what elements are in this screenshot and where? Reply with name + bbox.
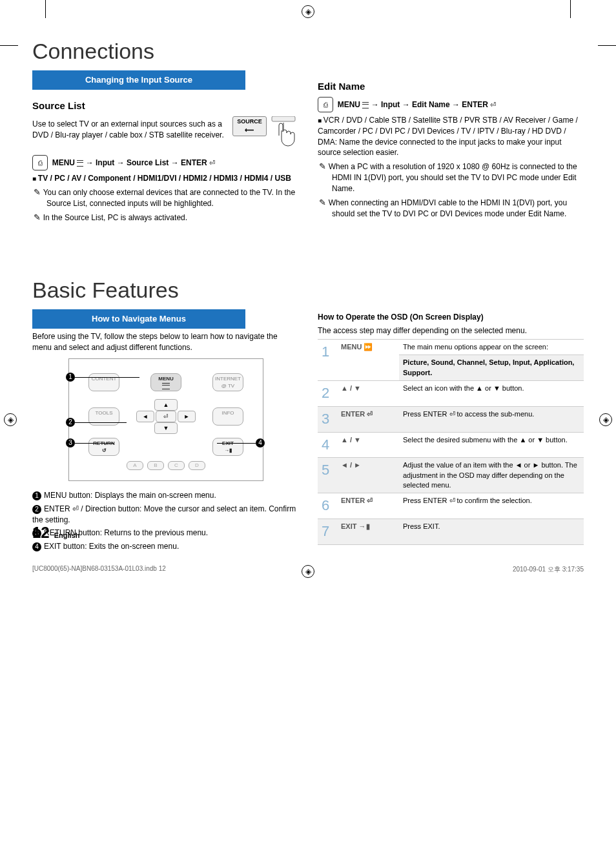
bar-changing-input: Changing the Input Source [32,70,245,90]
dpad-up[interactable]: ▲ [154,399,178,411]
osd-step-key: EXIT →▮ [337,519,399,545]
osd-step-key: ▲ / ▼ [337,432,399,458]
osd-step-num: 2 [318,380,337,406]
device-list: TV / PC / AV / Component / HDMI1/DVI / H… [32,173,298,184]
heading-basic-features: Basic Features [32,278,584,303]
menu-bars-icon [162,383,170,389]
text-navigate-intro: Before using the TV, follow the steps be… [32,331,298,353]
note-source-2: In the Source List, PC is always activat… [46,212,298,223]
osd-step-desc: Press EXIT. [399,519,584,545]
source-arrow-icon: ⟵ [245,127,254,134]
remote-legend: 1MENU button: Displays the main on-scree… [32,490,298,552]
remote-b-button[interactable]: B [147,461,164,470]
osd-icon: ⎙ [32,155,48,170]
remote-content-button[interactable]: CONTENT [88,373,119,391]
osd-step-key: ▲ / ▼ [337,380,399,406]
dpad-down[interactable]: ▼ [154,422,178,434]
print-footer: [UC8000(65)-NA]BN68-03153A-01L03.indb 12… [32,565,584,574]
remote-c-button[interactable]: C [168,461,185,470]
osd-step-num: 7 [318,519,337,545]
remote-diagram: 1 2 3 4 CONTENT MENU INTERNET @ TV TOOLS [68,358,262,481]
page-footer: 12 English [32,524,80,542]
osd-step-desc: Select an icon with the ▲ or ▼ button. [399,380,584,406]
heading-connections: Connections [32,39,584,64]
osd-step-num: 6 [318,493,337,519]
osd-step-desc: Press ENTER ⏎ to confirm the selection. [399,493,584,519]
note-edit-2: When connecting an HDMI/DVI cable to the… [332,197,584,220]
crop-mark [0,45,18,46]
page-number: 12 [32,524,50,541]
osd-step-key: ENTER ⏎ [337,493,399,519]
dpad-enter[interactable]: ⏎ [156,411,176,422]
remote-info-button[interactable]: INFO [212,407,243,426]
crop-mark [45,0,46,18]
note-edit-1: When a PC with a resolution of 1920 x 10… [332,161,584,194]
menu-path-edit-name: ⎙ MENU → Input → Edit Name → ENTER [318,97,584,112]
osd-step-num: 5 [318,458,337,493]
remote-d-button[interactable]: D [189,461,205,470]
menu-path-source-list: ⎙ MENU → Input → Source List → ENTER [32,155,298,170]
heading-edit-name: Edit Name [318,79,584,93]
osd-row-3: 3 ENTER ⏎ Press ENTER ⏎ to access the su… [318,406,584,432]
callout-1: 1 [66,373,75,382]
osd-step-desc: The main menu options appear on the scre… [399,339,584,355]
osd-step-desc: Select the desired submenu with the ▲ or… [399,432,584,458]
callout-2: 2 [66,418,75,427]
osd-step-num: 1 [318,339,337,380]
legend-text-4: EXIT button: Exits the on-screen menu. [44,542,179,551]
remote-return-button[interactable]: RETURN↺ [88,438,119,456]
osd-row-4: 4 ▲ / ▼ Select the desired submenu with … [318,432,584,458]
callout-4: 4 [256,438,265,447]
remote-a-button[interactable]: A [127,461,143,470]
menu-bars-icon [362,102,369,108]
svg-rect-0 [272,116,295,121]
crop-mark [570,0,571,18]
legend-num-1: 1 [32,491,41,500]
registration-mark-left [4,413,17,426]
note-source-1: You can only choose external devices tha… [46,187,298,209]
legend-text-1: MENU button: Displays the main on-screen… [44,491,216,500]
edit-name-devices: VCR / DVD / Cable STB / Satellite STB / … [318,115,584,158]
remote-exit-button[interactable]: EXIT→▮ [212,438,243,456]
legend-text-2: ENTER ⏎ / Direction button: Move the cur… [32,504,296,524]
osd-row-2: 2 ▲ / ▼ Select an icon with the ▲ or ▼ b… [318,380,584,406]
remote-internet-button[interactable]: INTERNET @ TV [212,373,243,391]
registration-mark-top [302,5,314,18]
hand-pointing-icon [269,116,298,152]
crop-mark [598,45,616,46]
enter-icon [490,100,496,110]
page-lang: English [54,531,80,539]
registration-mark-right [599,413,612,426]
edit-name-devices-text: VCR / DVD / Cable STB / Satellite STB / … [318,115,584,158]
osd-icon: ⎙ [318,97,333,112]
dpad-left[interactable]: ◄ [136,411,154,422]
callout-3: 3 [66,438,75,447]
bar-how-to-navigate: How to Navigate Menus [32,309,245,329]
osd-step-key: ENTER ⏎ [337,406,399,432]
osd-step-num: 4 [318,432,337,458]
osd-step-num: 3 [318,406,337,432]
legend-num-2: 2 [32,505,41,514]
osd-row-5: 5 ◄ / ► Adjust the value of an item with… [318,458,584,493]
dpad-right[interactable]: ► [178,411,196,422]
remote-dpad: ▲ ◄ ⏎ ► ▼ [134,395,198,438]
source-button[interactable]: SOURCE ⟵ [232,116,267,136]
device-list-text: TV / PC / AV / Component / HDMI1/DVI / H… [38,174,291,183]
osd-step-desc: Adjust the value of an item with the ◄ o… [399,458,584,493]
osd-row-1: 1 MENU ⏩ The main menu options appear on… [318,339,584,355]
footer-filename: [UC8000(65)-NA]BN68-03153A-01L03.indb 12 [32,565,166,574]
footer-timestamp: 2010-09-01 오후 3:17:35 [513,565,584,574]
osd-row-7: 7 EXIT →▮ Press EXIT. [318,519,584,545]
remote-menu-button[interactable]: MENU [150,373,181,391]
source-button-label: SOURCE [237,118,262,125]
remote-color-buttons: A B C D [88,461,243,470]
text-source-list-desc: Use to select TV or an external input so… [32,119,226,141]
osd-step-key: ◄ / ► [337,458,399,493]
legend-num-4: 4 [32,542,41,551]
osd-row-6: 6 ENTER ⏎ Press ENTER ⏎ to confirm the s… [318,493,584,519]
osd-step-desc: Press ENTER ⏎ to access the sub-menu. [399,406,584,432]
osd-step-key: MENU ⏩ [337,339,399,380]
enter-icon [209,158,215,168]
text-osd-sub: The access step may differ depending on … [318,325,584,336]
menu-bars-icon [77,160,83,167]
